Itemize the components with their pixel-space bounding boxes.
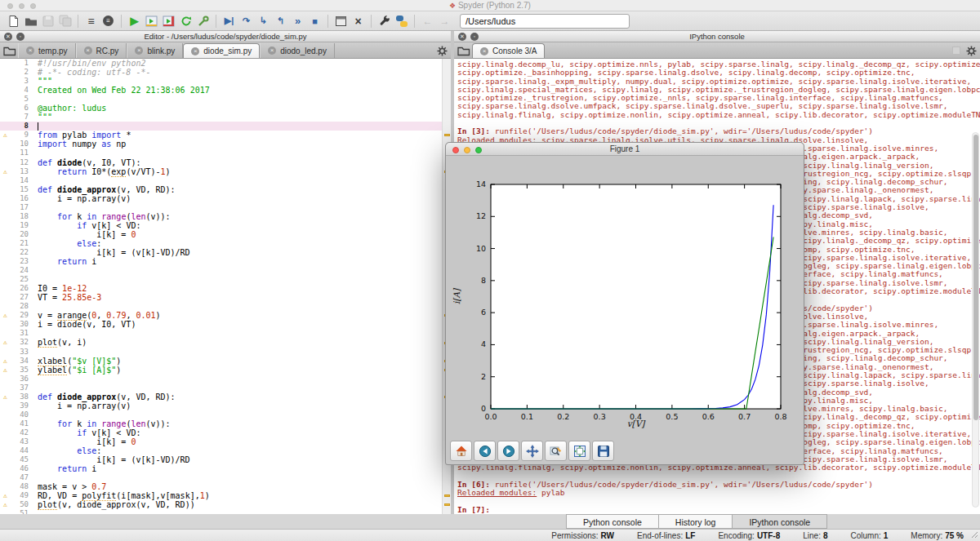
code-line[interactable]: ⚠32plot(v, i) bbox=[0, 338, 451, 347]
console-tab[interactable]: ×Console 3/A bbox=[472, 43, 545, 58]
pan-icon[interactable] bbox=[521, 441, 543, 461]
code-line[interactable]: ⚠13 return I0*(exp(v/VT)-1) bbox=[0, 167, 451, 176]
close-tab-icon[interactable]: × bbox=[191, 47, 199, 55]
code-line[interactable]: 19 if v[k] < VD: bbox=[0, 221, 451, 230]
code-line[interactable]: ⚠49RD, VD = polyfit(i[mask],v[mask],1) bbox=[0, 491, 451, 500]
save-icon[interactable] bbox=[40, 13, 56, 29]
code-line[interactable]: 42 if v[k] < VD: bbox=[0, 428, 451, 437]
code-line[interactable]: 27VT = 25.85e-3 bbox=[0, 293, 451, 302]
code-line[interactable]: 2# -*- coding: utf-8 -*- bbox=[0, 68, 451, 77]
code-line[interactable]: 39 i = np.array(v) bbox=[0, 401, 451, 410]
code-line[interactable]: 47 bbox=[0, 473, 451, 482]
run-icon[interactable]: ▶ bbox=[127, 13, 142, 29]
console-undock-icon[interactable]: ◦ bbox=[470, 33, 479, 41]
warning-mark[interactable] bbox=[444, 503, 450, 506]
close-tab-icon[interactable]: × bbox=[268, 47, 276, 55]
maximize-pane-icon[interactable] bbox=[333, 13, 349, 29]
run-configuration-icon[interactable]: ≡ bbox=[100, 13, 116, 29]
close-tab-icon[interactable]: × bbox=[135, 47, 143, 55]
code-line[interactable]: 45 i[k] = (v[k]-VD)/RD bbox=[0, 455, 451, 464]
warning-mark[interactable] bbox=[444, 134, 450, 136]
debug-file-icon[interactable] bbox=[195, 13, 211, 29]
code-line[interactable]: 25 bbox=[0, 275, 451, 284]
bottom-tab-ipython-console[interactable]: IPython console bbox=[733, 514, 827, 529]
code-line[interactable]: 7""" bbox=[0, 113, 451, 122]
browse-consoles-icon[interactable] bbox=[456, 43, 472, 58]
code-line[interactable]: 24 bbox=[0, 266, 451, 275]
code-line[interactable]: 15def diode_approx(v, VD, RD): bbox=[0, 185, 451, 194]
run-cell-icon[interactable] bbox=[144, 13, 159, 29]
console-options-gear-icon[interactable] bbox=[966, 45, 977, 60]
forward-icon[interactable]: → bbox=[437, 13, 452, 29]
configure-subplots-icon[interactable] bbox=[568, 441, 590, 461]
code-line[interactable]: 11 bbox=[0, 149, 451, 157]
console-close-pane-icon[interactable]: ✕ bbox=[458, 33, 466, 41]
debug-step-into-icon[interactable]: ↳ bbox=[256, 13, 271, 29]
bottom-tab-history-log[interactable]: History log bbox=[659, 514, 733, 529]
code-line[interactable]: 40 bbox=[0, 410, 451, 419]
code-line[interactable]: 10import numpy as np bbox=[0, 140, 451, 149]
debug-continue-icon[interactable]: » bbox=[290, 13, 305, 29]
rerun-script-icon[interactable] bbox=[178, 13, 194, 29]
code-line[interactable]: 30i = diode(v, I0, VT) bbox=[0, 320, 451, 329]
save-all-icon[interactable] bbox=[57, 13, 73, 29]
warning-mark[interactable] bbox=[444, 494, 450, 497]
code-line[interactable]: 28 bbox=[0, 302, 451, 311]
editor-tab-diode_sim.py[interactable]: ×diode_sim.py bbox=[183, 43, 260, 58]
code-editor[interactable]: 1#!/usr/bin/env python22# -*- coding: ut… bbox=[0, 59, 451, 514]
code-line[interactable]: ⚠9from pylab import * bbox=[0, 131, 451, 140]
code-line[interactable]: 5 bbox=[0, 95, 451, 104]
code-line[interactable]: 31 bbox=[0, 329, 451, 338]
working-directory-input[interactable]: /Users/ludus bbox=[460, 14, 630, 29]
code-line[interactable]: 46 return i bbox=[0, 464, 451, 473]
code-line[interactable]: 16 i = np.array(v) bbox=[0, 194, 451, 203]
close-pane-icon[interactable]: × bbox=[350, 13, 366, 29]
debug-stop-icon[interactable]: ■ bbox=[307, 13, 323, 29]
code-line[interactable]: 1#!/usr/bin/env python2 bbox=[0, 59, 451, 68]
editor-tab-blink.py[interactable]: ×blink.py bbox=[127, 43, 183, 58]
editor-options-gear-icon[interactable] bbox=[437, 45, 448, 60]
close-tab-icon[interactable]: × bbox=[26, 47, 34, 55]
editor-undock-icon[interactable]: ◦ bbox=[16, 33, 24, 41]
code-line[interactable]: 21 else: bbox=[0, 239, 451, 248]
code-line[interactable]: 4Created on Wed Feb 22 21:38:06 2017 bbox=[0, 86, 451, 95]
code-line[interactable]: ⚠29v = arange(0, 0.79, 0.01) bbox=[0, 311, 451, 320]
code-line[interactable]: 23 return i bbox=[0, 257, 451, 266]
bottom-tab-python-console[interactable]: Python console bbox=[566, 514, 659, 529]
code-line[interactable]: 26I0 = 1e-12 bbox=[0, 284, 451, 293]
figure-titlebar[interactable]: Figure 1 bbox=[446, 143, 804, 156]
figure-zoom-icon[interactable] bbox=[475, 147, 482, 153]
file-switcher-icon[interactable]: ≡ bbox=[83, 13, 99, 29]
zoom-to-rect-icon[interactable] bbox=[545, 441, 567, 461]
home-icon[interactable] bbox=[450, 441, 472, 461]
code-line[interactable]: ⚠34xlabel("$v [V]$") bbox=[0, 357, 451, 366]
browse-tabs-icon[interactable] bbox=[2, 43, 18, 58]
back-icon[interactable]: ← bbox=[420, 13, 435, 29]
editor-tab-diodo_led.py[interactable]: ×diodo_led.py bbox=[260, 43, 335, 58]
editor-tab-RC.py[interactable]: ×RC.py bbox=[76, 43, 127, 58]
figure-window[interactable]: Figure 1 0.00.10.20.30.40.50.60.70.80246… bbox=[445, 142, 804, 465]
new-file-icon[interactable] bbox=[6, 13, 21, 29]
forward-icon[interactable] bbox=[497, 441, 519, 461]
run-cell-advance-icon[interactable] bbox=[161, 13, 176, 29]
python-path-manager-icon[interactable] bbox=[394, 13, 409, 29]
code-line[interactable]: 12def diode(v, I0, VT): bbox=[0, 158, 451, 167]
save-icon[interactable] bbox=[592, 441, 614, 461]
preferences-wrench-icon[interactable] bbox=[376, 13, 392, 29]
close-tab-icon[interactable]: × bbox=[480, 47, 488, 55]
code-line[interactable]: 48mask = v > 0.7 bbox=[0, 482, 451, 491]
debug-step-return-icon[interactable]: ↰ bbox=[273, 13, 288, 29]
debug-step-over-icon[interactable]: ↷ bbox=[238, 13, 254, 29]
code-line[interactable]: 18 for k in range(len(v)): bbox=[0, 212, 451, 221]
code-line[interactable]: 8 bbox=[0, 122, 451, 131]
code-line[interactable]: 14 bbox=[0, 176, 451, 185]
code-line[interactable]: ⚠35ylabel("$i [A]$") bbox=[0, 366, 451, 375]
code-line[interactable]: 37 bbox=[0, 384, 451, 392]
code-line[interactable]: 3""" bbox=[0, 77, 451, 86]
open-file-icon[interactable] bbox=[23, 13, 38, 29]
editor-tab-temp.py[interactable]: ×temp.py bbox=[18, 43, 76, 58]
code-line[interactable]: 36 bbox=[0, 375, 451, 384]
close-tab-icon[interactable]: × bbox=[84, 47, 92, 55]
resize-grip-icon[interactable] bbox=[970, 530, 978, 539]
debug-icon[interactable]: ▶| bbox=[221, 13, 237, 29]
